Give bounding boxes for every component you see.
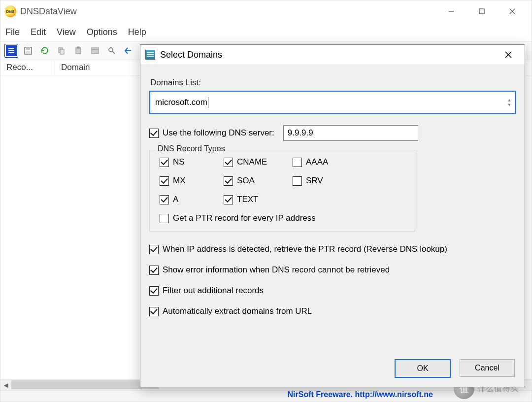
svg-rect-6 (8, 52, 14, 53)
record-types-fieldset: DNS Record Types NS CNAME AAAA MX SOA SR… (149, 150, 415, 232)
svg-rect-5 (8, 50, 14, 51)
statusbar (0, 390, 532, 402)
menu-file[interactable]: File (5, 27, 20, 37)
type-text-checkbox[interactable]: TEXT (224, 195, 293, 204)
toolbar-domains-icon[interactable] (4, 44, 18, 58)
type-mx-checkbox[interactable]: MX (160, 176, 224, 186)
type-cname-checkbox[interactable]: CNAME (224, 157, 293, 167)
menu-edit[interactable]: Edit (31, 27, 46, 37)
text-caret (208, 97, 208, 108)
use-dns-checkbox[interactable]: Use the following DNS server: (149, 128, 274, 138)
chevron-down-icon[interactable]: ▼ (505, 103, 514, 107)
opt-extract-checkbox[interactable]: Automatically extract domains from URL (149, 306, 516, 316)
minimize-button[interactable] (436, 2, 466, 21)
dialog-title: Select Domains (160, 50, 222, 60)
dialog-icon (145, 50, 155, 60)
toolbar-save-icon[interactable] (21, 44, 35, 58)
dns-server-input[interactable]: 9.9.9.9 (283, 125, 418, 141)
menu-view[interactable]: View (57, 27, 76, 37)
opt-reverse-checkbox[interactable]: When IP address is detected, retrieve th… (149, 244, 516, 254)
dialog-close-button[interactable] (497, 47, 520, 63)
svg-rect-1 (479, 9, 484, 14)
dialog-titlebar: Select Domains (140, 45, 525, 65)
close-button[interactable] (497, 2, 528, 21)
domains-list-label: Domains List: (150, 78, 516, 88)
type-srv-checkbox[interactable]: SRV (293, 176, 352, 186)
use-dns-label: Use the following DNS server: (163, 128, 274, 138)
ptr-every-ip-checkbox[interactable]: Get a PTR record for every IP address (160, 213, 405, 223)
toolbar-find-icon[interactable] (105, 44, 119, 58)
domains-input-value: microsoft.com (155, 98, 207, 107)
scroll-left-icon[interactable]: ◄ (0, 379, 11, 390)
dns-server-value: 9.9.9.9 (288, 128, 313, 138)
svg-rect-14 (92, 48, 99, 54)
scroll-thumb[interactable] (11, 380, 159, 389)
menu-help[interactable]: Help (128, 27, 146, 37)
opt-errors-checkbox[interactable]: Show error information when DNS record c… (149, 265, 516, 275)
svg-rect-13 (77, 47, 79, 48)
column-record[interactable]: Reco... (0, 60, 55, 75)
chevron-up-icon[interactable]: ▲ (505, 98, 514, 102)
toolbar-properties-icon[interactable] (88, 44, 102, 58)
maximize-button[interactable] (466, 2, 497, 21)
svg-rect-9 (26, 51, 31, 54)
cancel-button[interactable]: Cancel (460, 359, 515, 377)
opt-filter-checkbox[interactable]: Filter out additional records (149, 286, 516, 296)
menu-options[interactable]: Options (87, 27, 117, 37)
type-soa-checkbox[interactable]: SOA (224, 176, 293, 186)
app-icon (4, 5, 16, 17)
svg-rect-4 (8, 48, 14, 49)
toolbar-exit-icon[interactable] (122, 44, 135, 58)
svg-rect-11 (60, 49, 64, 54)
svg-rect-12 (76, 48, 81, 54)
menubar: File Edit View Options Help (0, 23, 532, 41)
svg-rect-8 (26, 47, 30, 50)
ok-button[interactable]: OK (395, 359, 451, 378)
toolbar-copy-icon[interactable] (55, 44, 68, 58)
main-window: DNSDataView File Edit View Options Help … (0, 0, 532, 402)
svg-point-16 (109, 48, 113, 52)
svg-line-17 (112, 51, 115, 54)
type-ns-checkbox[interactable]: NS (160, 157, 224, 167)
toolbar-refresh-icon[interactable] (38, 44, 52, 58)
domains-spinner[interactable]: ▲▼ (505, 93, 514, 112)
type-aaaa-checkbox[interactable]: AAAA (293, 157, 352, 167)
domains-input[interactable]: microsoft.com ▲▼ (149, 91, 516, 114)
titlebar: DNSDataView (0, 0, 532, 23)
toolbar-paste-icon[interactable] (71, 44, 85, 58)
footer-link[interactable]: NirSoft Freeware. http://www.nirsoft.ne (288, 390, 433, 399)
type-a-checkbox[interactable]: A (160, 195, 224, 204)
record-types-legend: DNS Record Types (155, 144, 228, 153)
window-title: DNSDataView (20, 6, 77, 17)
select-domains-dialog: Select Domains Domains List: microsoft.c… (140, 44, 525, 387)
